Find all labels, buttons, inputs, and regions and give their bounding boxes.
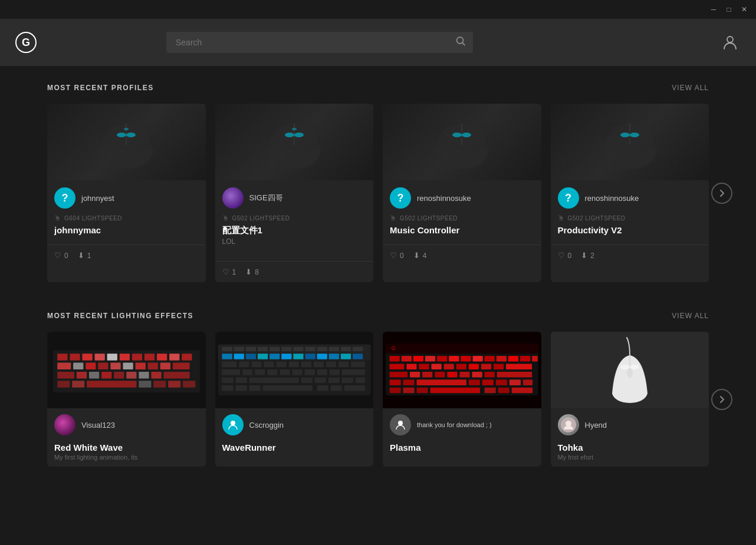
- svg-line-3: [462, 43, 465, 45]
- svg-rect-47: [57, 381, 70, 388]
- svg-point-169: [630, 365, 639, 369]
- svg-rect-21: [107, 354, 117, 361]
- svg-rect-154: [417, 379, 466, 385]
- search-button[interactable]: [455, 36, 466, 49]
- svg-rect-99: [329, 369, 339, 375]
- svg-rect-110: [235, 385, 246, 391]
- username-hyend: Hyend: [585, 421, 607, 430]
- lighting-view-all[interactable]: VIEW ALL: [672, 312, 709, 320]
- downloads-count-1: 1: [87, 252, 91, 260]
- svg-rect-50: [139, 381, 151, 388]
- lighting-card-2[interactable]: Cscroggin WaveRunner: [215, 332, 374, 467]
- profiles-next-button[interactable]: [711, 183, 732, 204]
- user-account-icon[interactable]: [718, 31, 742, 54]
- device-name-4: G502 LIGHTSPEED: [568, 215, 626, 222]
- svg-point-12: [452, 133, 462, 137]
- svg-rect-86: [301, 362, 311, 368]
- svg-point-6: [117, 133, 126, 137]
- svg-rect-126: [461, 356, 471, 362]
- profile-card-1-user: ? johnnyest: [47, 180, 206, 213]
- lighting-next-button[interactable]: [711, 389, 732, 410]
- downloads-count-2: 8: [255, 268, 259, 276]
- downloads-stat-1: ⬇ 1: [78, 251, 91, 260]
- svg-rect-33: [123, 363, 133, 370]
- svg-rect-80: [222, 362, 236, 368]
- lighting-desc-4: My frist efort: [558, 454, 702, 461]
- lighting-section-header: MOST RECENT LIGHTING EFFECTS VIEW ALL: [47, 312, 709, 320]
- profile-card-3[interactable]: ? renoshinnosuke 🖱 G502 LIGHTSPEED Music…: [383, 104, 541, 282]
- likes-stat-3: ♡ 0: [390, 251, 404, 260]
- anime-avatar-icon: [560, 417, 577, 433]
- svg-rect-67: [353, 347, 363, 352]
- heart-icon-2: ♡: [222, 267, 229, 276]
- svg-rect-97: [304, 369, 314, 375]
- device-name-2: G502 LIGHTSPEED: [232, 215, 290, 222]
- profiles-view-all[interactable]: VIEW ALL: [672, 84, 709, 92]
- lighting-card-4[interactable]: Hyend Tohka My frist efort: [551, 332, 709, 467]
- profile-card-2[interactable]: SIGE四哥 🖱 G502 LIGHTSPEED 配置文件1 LOL ♡ 1: [215, 104, 374, 282]
- svg-rect-109: [222, 385, 233, 391]
- svg-rect-150: [485, 372, 495, 378]
- svg-rect-41: [101, 372, 111, 379]
- keyboard-plasma-svg: G: [383, 332, 541, 408]
- svg-point-11: [292, 128, 297, 130]
- device-row-4: 🖱 G502 LIGHTSPEED: [558, 214, 702, 222]
- mouse-image: [85, 113, 167, 171]
- profile-card-4-image: [551, 104, 709, 180]
- lighting-row: Visual123 Red White Wave My first lighti…: [47, 332, 709, 467]
- svg-rect-17: [57, 354, 67, 361]
- svg-rect-164: [485, 388, 496, 394]
- mouse-device-icon-2: 🖱: [222, 214, 229, 222]
- svg-rect-143: [390, 372, 408, 378]
- device-row-2: 🖱 G502 LIGHTSPEED: [222, 214, 367, 222]
- svg-rect-94: [267, 369, 277, 375]
- svg-rect-49: [87, 381, 136, 388]
- download-icon: ⬇: [78, 251, 84, 260]
- search-input[interactable]: [166, 32, 473, 53]
- svg-rect-161: [403, 388, 415, 394]
- download-icon-2: ⬇: [245, 267, 252, 276]
- likes-count-4: 0: [568, 252, 572, 260]
- search-icon: [455, 36, 466, 47]
- profile-card-1-body: 🖱 G604 LIGHTSPEED johnnymac: [47, 213, 206, 245]
- lighting-card-1[interactable]: Visual123 Red White Wave My first lighti…: [47, 332, 206, 467]
- svg-rect-157: [496, 379, 507, 385]
- maximize-button[interactable]: □: [722, 2, 736, 16]
- minimize-button[interactable]: ─: [706, 2, 721, 16]
- svg-rect-145: [422, 372, 432, 378]
- svg-rect-77: [328, 354, 338, 359]
- profiles-section-header: MOST RECENT PROFILES VIEW ALL: [47, 84, 709, 92]
- svg-rect-76: [317, 354, 327, 359]
- svg-rect-34: [136, 363, 146, 370]
- svg-rect-152: [390, 379, 401, 385]
- svg-rect-18: [70, 354, 80, 361]
- svg-rect-146: [435, 372, 445, 378]
- svg-rect-115: [344, 385, 364, 391]
- svg-rect-121: [402, 356, 412, 362]
- profile-subtitle-2: LOL: [222, 237, 367, 246]
- svg-rect-95: [280, 369, 290, 375]
- svg-rect-53: [183, 381, 195, 388]
- svg-rect-108: [355, 377, 364, 383]
- lighting-desc-1: My first lighting animation, its: [54, 454, 199, 461]
- svg-rect-56: [222, 347, 232, 352]
- lighting-card-3[interactable]: G: [383, 332, 541, 467]
- device-row-3: 🖱 G502 LIGHTSPEED: [390, 214, 534, 222]
- svg-rect-123: [425, 356, 435, 362]
- svg-rect-92: [242, 369, 252, 375]
- avatar-hyend: [558, 414, 579, 435]
- svg-rect-165: [498, 388, 510, 394]
- svg-rect-156: [482, 379, 494, 385]
- profile-card-1[interactable]: ? johnnyest 🖱 G604 LIGHTSPEED johnnymac …: [47, 104, 206, 282]
- profile-card-3-body: 🖱 G502 LIGHTSPEED Music Controller: [383, 213, 541, 245]
- profiles-row: ? johnnyest 🖱 G604 LIGHTSPEED johnnymac …: [47, 104, 709, 282]
- svg-point-116: [231, 421, 235, 425]
- lighting-name-4: Tohka: [558, 442, 702, 452]
- svg-rect-19: [82, 354, 92, 361]
- svg-rect-155: [469, 379, 480, 385]
- svg-rect-140: [481, 364, 491, 369]
- profile-card-4[interactable]: ? renoshinnosuke 🖱 G502 LIGHTSPEED Produ…: [551, 104, 709, 282]
- profile-stats-2: ♡ 1 ⬇ 8: [215, 261, 374, 282]
- lighting-name-3: Plasma: [390, 442, 534, 452]
- close-button[interactable]: ✕: [737, 2, 751, 16]
